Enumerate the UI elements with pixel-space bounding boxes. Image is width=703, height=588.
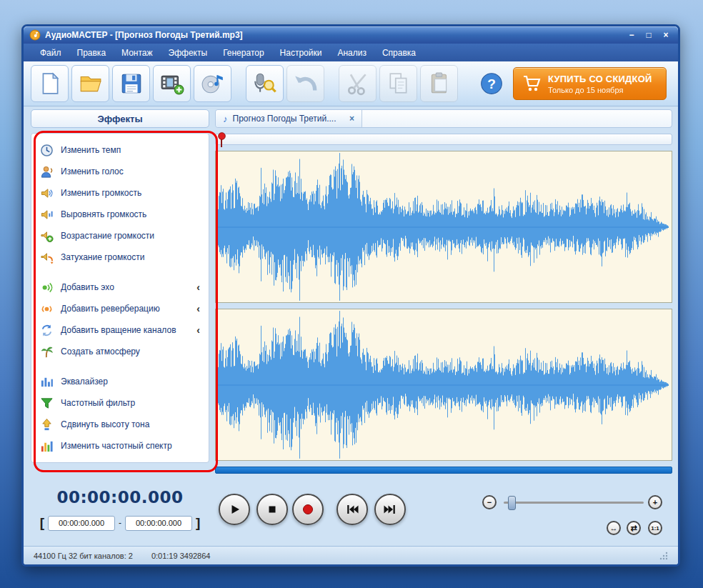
- main-area: ♪ Прогноз Погоды Третий.... × − + ↔: [215, 109, 672, 542]
- record-voice-button[interactable]: [246, 65, 284, 102]
- playhead-pin-icon[interactable]: [217, 132, 226, 148]
- volume-slider-track[interactable]: [504, 502, 644, 504]
- effect-label: Добавить реверберацию: [61, 304, 160, 314]
- paste-button[interactable]: [420, 65, 458, 102]
- effect-label: Затухание громкости: [61, 252, 144, 262]
- cut-button[interactable]: [339, 65, 377, 102]
- filter-icon: [40, 397, 54, 410]
- buy-subtitle: Только до 15 ноября: [548, 86, 652, 94]
- waveform-channel-1[interactable]: [216, 151, 670, 302]
- menu-settings[interactable]: Настройки: [272, 48, 330, 58]
- undo-button[interactable]: [286, 65, 324, 102]
- buy-discount-button[interactable]: КУПИТЬ СО СКИДКОЙ Только до 15 ноября: [513, 67, 667, 100]
- menu-analysis[interactable]: Анализ: [329, 48, 374, 58]
- effect-equalizer[interactable]: Эквалайзер: [31, 371, 209, 392]
- effect-change-tempo[interactable]: Изменить темп: [31, 139, 209, 161]
- voice-icon: [40, 165, 54, 179]
- volume-icon: [40, 186, 54, 200]
- timeline-ruler[interactable]: [215, 134, 672, 145]
- status-format: 44100 Гц 32 бит каналов: 2: [34, 552, 133, 560]
- range-separator: -: [119, 518, 121, 528]
- volume-minus-button[interactable]: −: [482, 495, 497, 509]
- cart-icon: [522, 74, 541, 93]
- effect-create-atmosphere[interactable]: Создать атмосферу: [31, 341, 209, 362]
- effect-label: Выровнять громкость: [61, 209, 146, 219]
- fit-horizontal-button[interactable]: ↔: [607, 521, 621, 535]
- effect-change-voice[interactable]: Изменить голос: [31, 161, 209, 182]
- atmosphere-icon: [40, 345, 54, 359]
- effect-normalize-volume[interactable]: Выровнять громкость: [31, 204, 209, 225]
- waveform-channel-2[interactable]: [216, 309, 670, 460]
- transport-controls: − + ↔ ⇄ 1:1: [215, 487, 672, 542]
- effect-channel-rotation[interactable]: Добавить вращение каналов ‹: [31, 319, 209, 341]
- time-panel: 00:00:00.000 [ - ]: [31, 488, 209, 531]
- effects-panel-header[interactable]: Эффекты: [31, 109, 209, 128]
- copy-button[interactable]: [379, 65, 417, 102]
- echo-icon: [40, 281, 54, 294]
- menu-file[interactable]: Файл: [32, 48, 69, 58]
- effect-change-volume[interactable]: Изменить громкость: [31, 182, 209, 204]
- effect-add-reverb[interactable]: Добавить реверберацию ‹: [31, 298, 209, 319]
- tab-close-icon[interactable]: ×: [349, 114, 354, 124]
- document-tab[interactable]: ♪ Прогноз Погоды Третий.... ×: [216, 110, 362, 127]
- effect-pitch-shift[interactable]: Сдвинуть высоту тона: [31, 414, 209, 435]
- menu-effects[interactable]: Эффекты: [161, 48, 216, 58]
- normalize-icon: [40, 208, 54, 221]
- close-button[interactable]: ×: [659, 30, 672, 40]
- menu-bar: Файл Правка Монтаж Эффекты Генератор Нас…: [24, 44, 678, 61]
- effect-label: Частотный фильтр: [61, 398, 135, 408]
- effect-add-echo[interactable]: Добавить эхо ‹: [31, 276, 209, 298]
- skip-to-start-button[interactable]: [336, 494, 368, 525]
- toolbar: ? КУПИТЬ СО СКИДКОЙ Только до 15 ноября: [24, 61, 678, 106]
- zoom-one-to-one-button[interactable]: 1:1: [648, 521, 662, 535]
- fade-out-icon: [40, 251, 54, 264]
- stop-button[interactable]: [256, 494, 288, 525]
- selection-end-field[interactable]: [125, 516, 192, 531]
- help-button[interactable]: ?: [472, 65, 510, 102]
- spectrum-icon: [40, 439, 54, 453]
- volume-plus-button[interactable]: +: [648, 495, 662, 509]
- effect-label: Эквалайзер: [61, 377, 108, 387]
- tab-label: Прогноз Погоды Третий....: [233, 114, 336, 124]
- bracket-left: [: [40, 515, 44, 531]
- effect-frequency-spectrum[interactable]: Изменить частотный спектр: [31, 435, 209, 457]
- maximize-button[interactable]: □: [642, 30, 655, 40]
- new-file-button[interactable]: [31, 65, 69, 102]
- menu-generator[interactable]: Генератор: [215, 48, 271, 58]
- menu-edit[interactable]: Правка: [69, 48, 114, 58]
- volume-slider-handle[interactable]: [508, 496, 516, 510]
- minimize-button[interactable]: −: [625, 30, 638, 40]
- save-file-button[interactable]: [112, 65, 150, 102]
- audio-from-video-button[interactable]: [153, 65, 191, 102]
- rotate-icon: [40, 324, 54, 337]
- menu-montage[interactable]: Монтаж: [114, 48, 161, 58]
- effect-label: Сдвинуть высоту тона: [61, 419, 149, 429]
- record-button[interactable]: [292, 494, 324, 525]
- resize-grip[interactable]: [659, 552, 668, 560]
- waveform-panel-left: [215, 151, 672, 303]
- swap-view-button[interactable]: ⇄: [627, 521, 641, 535]
- pitch-icon: [40, 418, 54, 432]
- effect-fade-out[interactable]: Затухание громкости: [31, 246, 209, 268]
- play-button[interactable]: [219, 494, 250, 525]
- reverb-icon: [40, 302, 54, 316]
- menu-help[interactable]: Справка: [374, 48, 424, 58]
- scroll-zoom-bar[interactable]: [215, 467, 672, 474]
- window-title: АудиоМАСТЕР - [Прогноз Погоды Третий.mp3…: [45, 30, 243, 40]
- skip-to-end-button[interactable]: [374, 494, 406, 525]
- effect-label: Добавить эхо: [61, 282, 114, 292]
- effect-fade-in[interactable]: Возрастание громкости: [31, 225, 209, 246]
- open-file-button[interactable]: [71, 65, 109, 102]
- effect-label: Изменить голос: [61, 166, 124, 176]
- fade-in-icon: [40, 229, 54, 243]
- waveform-panel-right: [215, 309, 672, 461]
- app-window: АудиоМАСТЕР - [Прогноз Погоды Третий.mp3…: [21, 24, 680, 567]
- music-note-icon: ♪: [223, 114, 228, 124]
- selection-start-field[interactable]: [48, 516, 115, 531]
- grab-from-cd-button[interactable]: [194, 65, 231, 102]
- effect-label: Возрастание громкости: [61, 231, 154, 241]
- effect-label: Изменить темп: [61, 145, 121, 155]
- bracket-right: ]: [196, 515, 200, 531]
- effect-frequency-filter[interactable]: Частотный фильтр: [31, 392, 209, 414]
- status-position: 0:01:19 3492864: [151, 552, 211, 560]
